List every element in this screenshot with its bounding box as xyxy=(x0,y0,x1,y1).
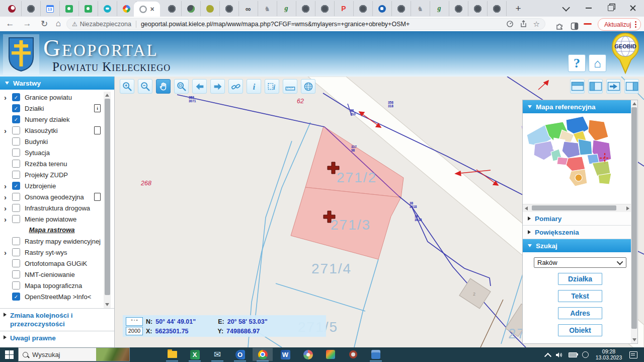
search-by-tekst-button[interactable]: Tekst xyxy=(558,290,602,302)
zoom-rect-tool-button[interactable] xyxy=(174,79,189,94)
sidebar-link[interactable]: Uwagi prawne xyxy=(0,331,114,345)
expand-chevron-icon[interactable]: › xyxy=(4,249,12,256)
layer-label[interactable]: Granice powiatu xyxy=(25,94,72,101)
panel-section-pomiary[interactable]: Pomiary xyxy=(523,212,637,226)
taskbar-app-ewid-ring[interactable] xyxy=(343,348,363,361)
scroll-up-icon[interactable] xyxy=(105,94,109,97)
security-warning-icon[interactable]: ⚠ xyxy=(72,21,77,28)
search-by-obiekt-button[interactable]: Obiekt xyxy=(558,324,602,336)
right-panel-scroll-thumb[interactable] xyxy=(631,107,637,329)
battery-icon[interactable] xyxy=(567,347,579,362)
window-close-button[interactable] xyxy=(624,0,642,16)
layer-label[interactable]: Osnowa geodezyjna xyxy=(25,193,84,201)
reference-map[interactable] xyxy=(523,113,631,204)
layer-checkbox[interactable]: ✓ xyxy=(12,293,20,301)
layer-checkbox[interactable] xyxy=(12,137,20,146)
pinned-tab-g-plant[interactable]: g xyxy=(277,1,296,16)
pinned-tab-globe[interactable] xyxy=(162,1,182,16)
pinned-tab-globe[interactable] xyxy=(487,1,507,16)
taskbar-search[interactable]: Wyszukaj xyxy=(18,347,130,361)
back-button[interactable]: ← xyxy=(3,17,17,31)
scroll-left-icon[interactable] xyxy=(525,206,528,210)
expand-chevron-icon[interactable]: › xyxy=(4,193,12,201)
layer-label[interactable]: Ortofotomapa GUGiK xyxy=(25,260,87,267)
globe-tool-button[interactable] xyxy=(301,79,315,94)
page-zoom-icon[interactable] xyxy=(506,20,514,28)
layer-checkbox[interactable] xyxy=(12,149,20,157)
layout-top-button[interactable] xyxy=(570,79,585,94)
new-tab-button[interactable]: + xyxy=(511,2,525,15)
browser-menu-icon[interactable] xyxy=(635,21,636,28)
layers-panel-header[interactable]: Warstwy xyxy=(0,77,114,90)
tab-close-icon[interactable]: × xyxy=(150,5,154,13)
window-menu-chevron-icon[interactable] xyxy=(557,0,576,16)
layer-label[interactable]: Uzbrojenie xyxy=(25,182,56,190)
pinned-tab-infinity[interactable]: ∞ xyxy=(238,1,258,16)
layer-checkbox[interactable] xyxy=(12,248,20,256)
layout-left-button[interactable] xyxy=(588,79,603,94)
scroll-right-icon[interactable] xyxy=(626,206,629,210)
pinned-tab-brand-red-swirl[interactable] xyxy=(2,1,22,16)
pinned-tab-globe[interactable] xyxy=(353,1,373,16)
pinned-tab-eagle-emblem[interactable]: ♞ xyxy=(258,1,277,16)
layer-label[interactable]: OpenStreetMap >Info< xyxy=(25,293,91,301)
notification-center-icon[interactable] xyxy=(627,347,640,362)
pinned-tab-paypal[interactable]: P xyxy=(334,1,354,16)
search-by-adres-button[interactable]: Adres xyxy=(558,307,602,319)
expand-chevron-icon[interactable]: › xyxy=(4,204,12,212)
sync-circle-icon[interactable] xyxy=(580,347,591,362)
layer-checkbox[interactable] xyxy=(12,259,20,267)
pinned-tab-green-app[interactable] xyxy=(78,1,98,16)
taskbar-app-excel[interactable]: X xyxy=(185,348,205,361)
zoom-out-tool-button[interactable] xyxy=(138,79,152,94)
layer-label[interactable]: Rzeźba terenu xyxy=(25,160,67,168)
zoom-in-tool-button[interactable] xyxy=(120,79,134,94)
layer-label[interactable]: Mapa topograficzna xyxy=(25,282,82,289)
layer-checkbox[interactable] xyxy=(12,171,20,179)
address-bar[interactable]: ⚠ Niezabezpieczona geoportal.powiat.kiel… xyxy=(66,18,545,30)
layer-label[interactable]: Numery działek xyxy=(25,116,70,123)
pinned-tab-globe-badge[interactable] xyxy=(181,1,201,16)
pinned-tab-blue-orb[interactable] xyxy=(372,1,392,16)
reference-map-header[interactable]: Mapa referencyjna xyxy=(523,100,637,113)
scroll-up-icon[interactable] xyxy=(632,102,636,105)
forward-tool-button[interactable] xyxy=(210,79,225,94)
search-section-header[interactable]: Szukaj xyxy=(523,239,637,252)
expand-chevron-icon[interactable]: › xyxy=(4,215,12,223)
map-home-button[interactable]: ⌂ xyxy=(589,54,606,72)
taskbar-app-paint[interactable] xyxy=(298,348,318,361)
window-minimize-button[interactable] xyxy=(580,0,598,16)
municipality-select[interactable]: Raków xyxy=(534,257,626,268)
layer-label[interactable]: Sytuacja xyxy=(25,149,50,157)
layer-label[interactable]: Klasoużytki xyxy=(25,127,58,134)
taskbar-app-blue-app[interactable] xyxy=(366,348,386,361)
active-tab[interactable]: × xyxy=(134,2,160,17)
layer-checkbox[interactable]: ✓ xyxy=(12,115,20,123)
layer-label[interactable]: Budynki xyxy=(25,138,48,146)
measure-tool-button[interactable] xyxy=(283,79,297,94)
sidebar-scroll-thumb[interactable] xyxy=(105,99,110,295)
layer-checkbox[interactable] xyxy=(12,204,20,212)
reference-map-h-scrollbar[interactable] xyxy=(523,204,631,212)
pinned-tab-teal-camera[interactable] xyxy=(98,1,117,16)
pinned-tab-globe[interactable] xyxy=(296,1,315,16)
scroll-down-icon[interactable] xyxy=(632,338,636,341)
panel-section-powiększenia[interactable]: Powiększenia xyxy=(523,226,637,239)
angle-units-button[interactable]: ° ' " xyxy=(126,317,143,326)
taskbar-app-photos[interactable] xyxy=(320,348,341,361)
pinned-tab-g-plant[interactable]: g xyxy=(430,1,449,16)
search-daily-image[interactable] xyxy=(96,348,129,361)
layer-checkbox[interactable] xyxy=(12,160,20,168)
window-maximize-button[interactable] xyxy=(602,0,620,16)
taskbar-app-chrome[interactable] xyxy=(253,348,273,361)
reload-button[interactable]: ↻ xyxy=(37,17,51,31)
layer-label[interactable]: Działki xyxy=(25,105,44,112)
pinned-tab-globe[interactable] xyxy=(449,1,468,16)
layer-checkbox[interactable]: ✓ xyxy=(12,104,20,112)
taskbar-app-mail[interactable]: ✉ xyxy=(207,348,227,361)
layer-checkbox[interactable]: ✓ xyxy=(12,182,20,190)
taskbar-app-file-explorer[interactable] xyxy=(162,348,182,361)
layer-label[interactable]: NMT-cieniowanie xyxy=(25,271,75,278)
expand-chevron-icon[interactable]: › xyxy=(4,127,12,134)
pinned-tab-eagle-emblem[interactable]: ♞ xyxy=(411,1,430,16)
